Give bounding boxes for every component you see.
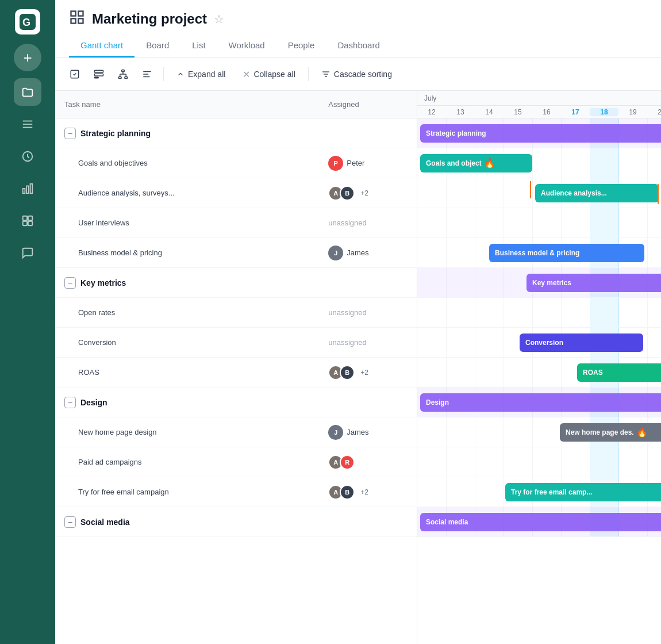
- svg-rect-21: [122, 70, 125, 72]
- group-toggle-keymetrics[interactable]: −: [64, 277, 76, 289]
- expand-all-button[interactable]: Expand all: [170, 66, 232, 82]
- assigned-label: Peter: [347, 159, 364, 167]
- table-row: − Key metrics: [55, 268, 417, 298]
- unassigned-label: unassigned: [328, 338, 367, 347]
- gantt-bar-roas[interactable]: ROAS: [577, 363, 661, 382]
- avatar: R: [340, 455, 355, 470]
- task-cell: Conversion: [55, 338, 319, 347]
- tab-list[interactable]: List: [180, 36, 217, 57]
- gantt-header: July 12 13 14 15 16 17 18 19 20 21: [417, 91, 661, 118]
- gantt-day-18: 18: [590, 108, 618, 116]
- gantt-day-16: 16: [532, 108, 561, 116]
- svg-text:G: G: [22, 17, 30, 28]
- task-cell: ROAS: [55, 368, 319, 377]
- assigned-cell: unassigned: [319, 218, 417, 227]
- avatar: P: [328, 156, 343, 171]
- bar-label: Conversion: [525, 339, 563, 347]
- assigned-cell: unassigned: [319, 338, 417, 347]
- group-toggle-design[interactable]: −: [64, 397, 76, 408]
- gantt-day-14: 14: [475, 108, 504, 116]
- svg-rect-16: [78, 18, 83, 23]
- table-row: Audience analysis, surveys... A B +2: [55, 178, 417, 208]
- right-panel[interactable]: July 12 13 14 15 16 17 18 19 20 21: [417, 91, 661, 644]
- task-cell: Try for free email campaign: [55, 488, 319, 496]
- task-name: New home page design: [78, 428, 157, 436]
- task-name: Goals and objectives: [78, 159, 148, 167]
- group-name: Social media: [80, 518, 130, 527]
- svg-rect-8: [30, 184, 33, 194]
- svg-rect-15: [71, 18, 76, 23]
- rows-container: − Strategic planning Goals and objective…: [55, 118, 417, 644]
- gantt-bar-goals[interactable]: Goals and object 🔥: [420, 154, 532, 172]
- assigned-cell: A B +2: [319, 485, 417, 500]
- task-cell: Paid ad campaigns: [55, 458, 319, 466]
- tab-people[interactable]: People: [276, 36, 326, 57]
- assigned-label: James: [347, 248, 368, 257]
- group-name: Key metrics: [80, 278, 126, 288]
- favorite-star[interactable]: ☆: [214, 12, 224, 26]
- gantt-row: User interview: [417, 208, 661, 238]
- svg-rect-9: [23, 216, 27, 220]
- table-row: ROAS A B +2: [55, 358, 417, 388]
- sidebar-item-chart[interactable]: [14, 175, 41, 202]
- sidebar-item-clock[interactable]: [14, 143, 41, 170]
- group-name: Design: [80, 398, 107, 407]
- gantt-bar-business-model[interactable]: Business model & pricing: [489, 244, 644, 262]
- task-cell: Open rates: [55, 308, 319, 317]
- gantt-bar-design[interactable]: Design: [420, 393, 661, 412]
- gantt-bar-email-campaign[interactable]: Try for free email camp...: [505, 483, 661, 501]
- bar-label: Key metrics: [532, 279, 571, 287]
- checkbox-icon[interactable]: [64, 64, 85, 85]
- avatar-stack: A B: [328, 485, 355, 500]
- collapse-all-button[interactable]: ✕ Collapse all: [236, 66, 302, 83]
- gantt-container: Task name Assigned − Strategic planning …: [55, 91, 661, 644]
- hierarchy-icon[interactable]: [113, 64, 133, 85]
- unassigned-label: unassigned: [328, 218, 367, 227]
- gantt-row: Key metrics: [417, 268, 661, 298]
- table-row: − Social media: [55, 507, 417, 537]
- tab-workload[interactable]: Workload: [217, 36, 276, 57]
- gantt-row: Audience analysis...: [417, 178, 661, 208]
- tab-dashboard[interactable]: Dashboard: [326, 36, 391, 57]
- assigned-cell: J James: [319, 425, 417, 440]
- toolbar-divider-1: [163, 67, 164, 81]
- col-header-assigned: Assigned: [319, 100, 417, 109]
- svg-rect-10: [28, 216, 32, 220]
- svg-rect-22: [119, 77, 122, 79]
- avatar-stack: A B: [328, 186, 355, 201]
- gantt-row: New home page des. 🔥: [417, 417, 661, 447]
- arrow-connector: [658, 184, 659, 204]
- gantt-bar-homepage[interactable]: New home page des. 🔥: [560, 423, 661, 442]
- sidebar-item-list[interactable]: [14, 110, 41, 138]
- gantt-bar-socialmedia[interactable]: Social media: [420, 513, 661, 531]
- table-row: Paid ad campaigns A R: [55, 447, 417, 477]
- count-badge: +2: [360, 189, 368, 197]
- table-row: Conversion unassigned: [55, 328, 417, 358]
- assigned-cell: A B +2: [319, 186, 417, 201]
- gantt-day-15: 15: [504, 108, 532, 116]
- sidebar-item-grid[interactable]: [14, 207, 41, 235]
- group-toggle-strategic[interactable]: −: [64, 128, 76, 139]
- bar-label: Social media: [426, 518, 468, 526]
- sidebar-item-chat[interactable]: [14, 239, 41, 267]
- project-icon: [69, 9, 85, 29]
- gantt-bar-keymetrics[interactable]: Key metrics: [527, 274, 661, 292]
- gantt-row: [417, 447, 661, 477]
- header-top: Marketing project ☆: [69, 9, 647, 29]
- col-header-task: Task name: [55, 100, 319, 109]
- add-button[interactable]: +: [14, 44, 41, 71]
- task-cell: Business model & pricing: [55, 248, 319, 257]
- tab-gantt[interactable]: Gantt chart: [69, 36, 134, 57]
- gantt-bar-strategic[interactable]: Strategic planning: [420, 124, 661, 143]
- gantt-bar-audience[interactable]: Audience analysis...: [535, 184, 659, 202]
- svg-rect-11: [23, 221, 27, 225]
- tab-board[interactable]: Board: [134, 36, 180, 57]
- group-toggle-socialmedia[interactable]: −: [64, 516, 76, 528]
- bars-icon[interactable]: [137, 64, 157, 85]
- expand-icon[interactable]: [89, 64, 109, 85]
- sidebar-item-folder[interactable]: [14, 78, 41, 106]
- cascade-sorting-button[interactable]: Cascade sorting: [314, 66, 399, 82]
- gantt-row: Business model & pricing: [417, 238, 661, 268]
- gantt-bar-conversion[interactable]: Conversion: [520, 334, 643, 352]
- avatar: J: [328, 246, 343, 260]
